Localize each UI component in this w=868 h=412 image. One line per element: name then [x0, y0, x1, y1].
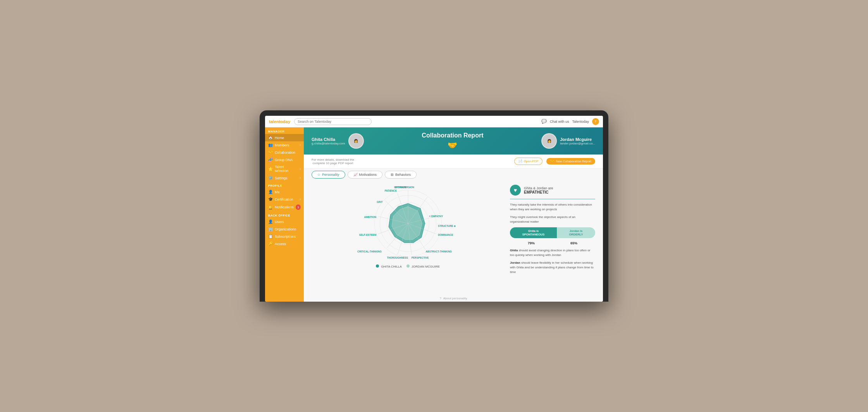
sidebar-label-notif: Notifications	[275, 205, 294, 209]
behaviors-tab-icon: ⊞	[391, 173, 394, 177]
user-avatar[interactable]: T	[592, 118, 599, 125]
sidebar-item-users[interactable]: 👤 Users	[265, 218, 304, 225]
content-panels: = EMPATHY EXTRAVERSION DOMINANCE STRUCTU…	[304, 181, 603, 295]
personality-tab-label: Personality	[322, 173, 339, 177]
relation-label: Ghita & Jordan are	[524, 186, 553, 190]
access-icon: 🔑	[268, 242, 273, 246]
cert-icon: 🎓	[268, 197, 273, 201]
sidebar-label-me: Me	[275, 190, 280, 194]
content-area: Ghita Chilla g.chilla@talentoday.com 👩 C…	[304, 127, 603, 302]
chat-label[interactable]: Chat with us	[550, 120, 569, 124]
selfesteem-label: SELF-ESTEEM	[359, 233, 376, 236]
ghita-pct: 79%	[528, 241, 535, 245]
jordan-bar: Jordan is ORDERLY	[557, 227, 595, 238]
cert-arrow-icon: ›	[300, 197, 301, 201]
settings-arrow-icon: ›	[300, 176, 301, 180]
advice1-bold: Ghita	[510, 249, 518, 252]
laptop-screen: talentoday 💬 Chat with us Talentoday T M…	[265, 116, 603, 302]
advice2: Jordan should leave flexibility in her s…	[510, 261, 595, 275]
abstract-label: ABSTRACT-THINKING	[425, 250, 452, 253]
topbar-right: 💬 Chat with us Talentoday T	[541, 118, 599, 125]
sidebar-label-group-dna: Group DNA	[275, 158, 293, 162]
sidebar-label-talent: Talent selection	[275, 165, 298, 173]
pdf-icon: 📄	[518, 160, 522, 163]
optimism-label: OPTIMISM	[394, 186, 406, 189]
behaviors-tab-label: Behaviors	[395, 173, 411, 177]
sidebar-item-notifications[interactable]: 🔔 Notifications 3	[265, 203, 304, 211]
org-icon: 🏢	[268, 227, 273, 231]
person2-info: Jordan Mcguire lander.jordan@gmail.co...	[560, 137, 595, 145]
laptop-frame: talentoday 💬 Chat with us Talentoday T M…	[260, 110, 608, 302]
sidebar-item-subscriptions[interactable]: 📋 Subscriptions	[265, 233, 304, 240]
empathy-badge: ♥ Ghita & Jordan are EMPATHETIC	[510, 185, 595, 196]
grit-label: GRIT	[377, 201, 382, 203]
logo: talentoday	[269, 119, 290, 124]
divider	[510, 199, 595, 199]
heart-icon: ♥	[510, 185, 521, 196]
radar-svg: = EMPATHY EXTRAVERSION DOMINANCE STRUCTU…	[369, 185, 447, 262]
sidebar-item-collaboration[interactable]: 🤝 Collaboration	[265, 149, 304, 156]
about-personality-link[interactable]: ? About personality	[439, 297, 467, 300]
home-icon: 🏠	[268, 136, 273, 140]
members-icon: 👥	[268, 143, 273, 147]
jordan-legend-dot	[406, 264, 410, 268]
new-collab-icon: 🤝	[550, 160, 554, 163]
person2-email: lander.jordan@gmail.co...	[560, 142, 595, 145]
members-arrow-icon: ›	[300, 143, 301, 147]
sub-icon: 📋	[268, 234, 273, 239]
sidebar-item-access[interactable]: 🔑 Access	[265, 240, 304, 247]
new-collaboration-button[interactable]: 🤝 New Collaboration Report	[546, 158, 595, 165]
personality-tab-icon: ☆	[317, 173, 320, 177]
radar-chart-panel: = EMPATHY EXTRAVERSION DOMINANCE STRUCTU…	[312, 185, 504, 291]
sidebar-item-organizations[interactable]: 🏢 Organizations	[265, 225, 304, 233]
app-container: talentoday 💬 Chat with us Talentoday T M…	[265, 116, 603, 302]
ghita-legend-label: GHITA CHILLA	[381, 265, 402, 268]
users-icon: 👤	[268, 220, 273, 224]
sidebar-item-home[interactable]: 🏠 Home	[265, 134, 304, 141]
sidebar-item-group-dna[interactable]: 🧬 Group DNA	[265, 156, 304, 163]
tab-behaviors[interactable]: ⊞ Behaviors	[385, 171, 417, 179]
collaboration-icon: 🤝	[268, 150, 273, 154]
advice2-bold: Jordan	[510, 261, 520, 264]
empathy-label: = EMPATHY	[429, 215, 443, 218]
thoroughness-label: THOROUGHNESS	[387, 256, 408, 259]
radar-container: = EMPATHY EXTRAVERSION DOMINANCE STRUCTU…	[369, 185, 447, 262]
talent-icon: ⭐	[268, 167, 273, 171]
person1-avatar: 👩	[348, 133, 364, 149]
trait-label: EMPATHETIC	[524, 190, 553, 194]
collab-title: Collaboration Report	[368, 132, 537, 139]
sidebar-item-members[interactable]: 👥 Members ›	[265, 141, 304, 149]
advice1-rest: should avoid changing direction in plans…	[510, 249, 590, 257]
open-pdf-button[interactable]: 📄 Open PDF	[514, 158, 543, 165]
sidebar-label-orgs: Organizations	[275, 227, 296, 231]
sidebar-item-me[interactable]: 👤 Me	[265, 188, 304, 196]
sidebar-profile-label: PROFILE	[265, 182, 304, 188]
sidebar-item-settings[interactable]: ⚙️ Settings ›	[265, 174, 304, 182]
notification-badge: 3	[296, 204, 301, 210]
analysis-panel: ♥ Ghita & Jordan are EMPATHETIC They nat…	[510, 185, 595, 291]
person1-name: Ghita Chilla	[312, 137, 345, 142]
percentage-row: 79% 65%	[510, 241, 595, 245]
collab-title-block: Collaboration Report 🤝	[368, 132, 537, 150]
chat-icon: 💬	[541, 119, 547, 124]
motivations-tab-label: Motivations	[359, 173, 377, 177]
sidebar-item-certification[interactable]: 🎓 Certification ›	[265, 196, 304, 203]
toolbar-hint-line2: complete 10 page PDF report	[312, 161, 354, 165]
advice2-rest: should leave flexibility in her schedule…	[510, 261, 594, 274]
structure-label: STRUCTURE ⊕	[438, 225, 456, 227]
sidebar-label-cert: Certification	[275, 197, 293, 201]
sidebar-item-talent-selection[interactable]: ⭐ Talent selection ›	[265, 163, 304, 174]
sidebar-label-users: Users	[275, 220, 284, 224]
legend-ghita: GHITA CHILLA	[376, 264, 402, 268]
tab-personality[interactable]: ☆ Personality	[312, 171, 345, 179]
tab-motivations[interactable]: 📈 Motivations	[348, 171, 383, 179]
sidebar-manager-label: MANAGER	[265, 127, 304, 134]
search-input[interactable]	[294, 118, 372, 125]
talent-arrow-icon: ›	[300, 167, 301, 171]
perspective-label: PERSPECTIVE	[412, 256, 429, 259]
advice1: Ghita should avoid changing direction in…	[510, 248, 595, 258]
ghita-bar-label: Ghita is	[528, 229, 539, 233]
person1-info: Ghita Chilla g.chilla@talentoday.com	[312, 137, 345, 145]
action-toolbar: For more details, download the complete …	[304, 154, 603, 168]
comparison-bar: Ghita is SPONTANEOUS Jordan is ORDERLY	[510, 227, 595, 238]
